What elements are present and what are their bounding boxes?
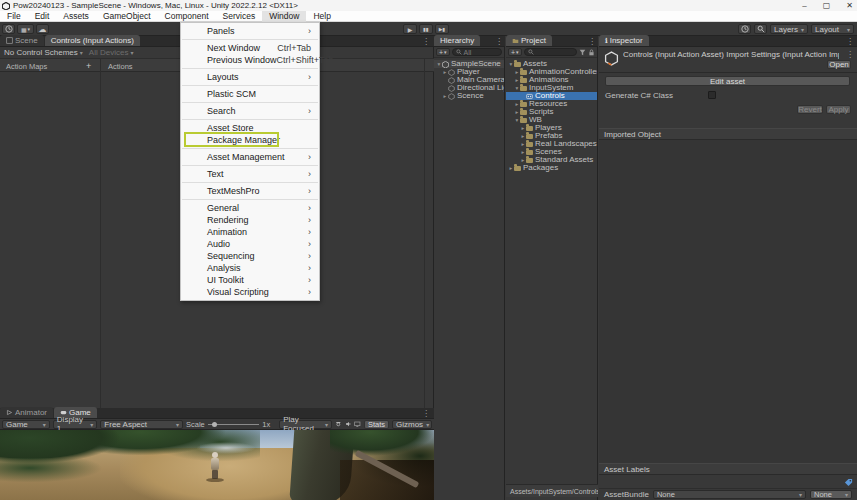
assetbundle-dropdown[interactable]: None▾ [653, 490, 806, 499]
add-action-map-button[interactable]: + [86, 61, 91, 71]
menu-item-search[interactable]: Search› [181, 105, 319, 117]
project-item-scenes[interactable]: ▸ Scenes [506, 148, 597, 156]
project-item-assets[interactable]: ▾ Assets [506, 60, 597, 68]
menu-item-package-manager[interactable]: Package Manager [181, 134, 319, 146]
display-dropdown[interactable]: Display 1▾ [53, 420, 98, 429]
inspector-menu-icon[interactable]: ⋮ [846, 37, 854, 46]
menu-item-asset-store[interactable]: Asset Store [181, 122, 319, 134]
menu-item-previous-window[interactable]: Previous WindowCtrl+Shift+Tab [181, 54, 319, 66]
close-button[interactable]: ✕ [846, 1, 853, 10]
layers-dropdown[interactable]: Layers▾ [770, 24, 808, 34]
project-item-wb[interactable]: ▾ WB [506, 116, 597, 124]
project-item-packages[interactable]: ▸ Packages [506, 164, 597, 172]
version-history-button[interactable] [738, 24, 751, 34]
menu-item-text[interactable]: Text› [181, 168, 319, 180]
menu-item-next-window[interactable]: Next WindowCtrl+Tab [181, 42, 319, 54]
metrics-icon[interactable] [354, 420, 361, 428]
asset-labels-header[interactable]: Asset Labels [599, 463, 857, 475]
menu-edit[interactable]: Edit [28, 11, 57, 22]
tab-controls-input-actions[interactable]: Controls (Input Actions) [45, 35, 140, 46]
label-tag-icon[interactable] [844, 478, 853, 487]
capture-icon[interactable] [335, 420, 342, 428]
edit-asset-button[interactable]: Edit asset [605, 76, 850, 86]
menu-item-asset-management[interactable]: Asset Management› [181, 151, 319, 163]
hierarchy-menu-icon[interactable]: ⋮ [495, 37, 503, 46]
play-focused-dropdown[interactable]: Play Focused▾ [279, 420, 332, 429]
open-button[interactable]: Open [827, 60, 851, 69]
menu-help[interactable]: Help [306, 11, 337, 22]
menu-item-visual-scripting[interactable]: Visual Scripting› [181, 286, 319, 298]
stats-button[interactable]: Stats [364, 420, 389, 429]
lock-icon[interactable] [588, 49, 595, 56]
tab-hierarchy[interactable]: Hierarchy [434, 35, 480, 46]
hierarchy-search-input[interactable]: All [452, 48, 502, 56]
aspect-ratio-dropdown[interactable]: Free Aspect▾ [100, 420, 183, 429]
cloud-services-button[interactable]: ☁ [36, 24, 49, 34]
panel-menu-icon[interactable]: ⋮ [422, 37, 430, 46]
project-add-button[interactable]: +▾ [508, 48, 522, 56]
hierarchy-item-player[interactable]: ▸ Player [434, 68, 504, 76]
game-view-dropdown[interactable]: Game▾ [2, 420, 50, 429]
control-schemes-dropdown[interactable]: No Control Schemes▾ [4, 48, 83, 57]
menu-item-panels[interactable]: Panels› [181, 25, 319, 37]
menu-item-sequencing[interactable]: Sequencing› [181, 250, 319, 262]
minimize-button[interactable]: – [802, 1, 806, 10]
project-item-real-landscapes[interactable]: ▸ Real Landscapes - Val [506, 140, 597, 148]
tab-scene[interactable]: Scene [0, 35, 44, 46]
project-item-standard-assets[interactable]: ▸ Standard Assets [506, 156, 597, 164]
menu-item-ui-toolkit[interactable]: UI Toolkit› [181, 274, 319, 286]
step-button[interactable]: ▶▮ [435, 24, 449, 34]
search-everything-button[interactable] [754, 24, 767, 34]
project-search-input[interactable] [524, 48, 577, 56]
game-viewport[interactable] [0, 430, 434, 500]
gizmos-dropdown[interactable]: Gizmos▾ [392, 420, 432, 429]
revert-button[interactable]: Revert [797, 105, 823, 114]
menu-item-analysis[interactable]: Analysis› [181, 262, 319, 274]
pause-button[interactable]: ▮▮ [419, 24, 433, 34]
hierarchy-item-main-camera[interactable]: Main Camera [434, 76, 504, 84]
tab-inspector[interactable]: ℹ Inspector [599, 35, 649, 46]
project-item-inputsystem[interactable]: ▾ InputSystem [506, 84, 597, 92]
tab-project[interactable]: Project [506, 35, 552, 46]
hierarchy-item-samplescene[interactable]: ▾ SampleScene [434, 60, 504, 68]
project-item-prefabs[interactable]: ▸ Prefabs [506, 132, 597, 140]
mute-audio-icon[interactable] [345, 420, 352, 428]
menu-item-textmeshpro[interactable]: TextMeshPro› [181, 185, 319, 197]
menu-item-rendering[interactable]: Rendering› [181, 214, 319, 226]
generate-class-checkbox[interactable] [708, 91, 716, 99]
menu-file[interactable]: File [0, 11, 28, 22]
maximize-button[interactable]: ▢ [823, 1, 831, 10]
apply-button[interactable]: Apply [826, 105, 851, 114]
menu-window[interactable]: Window [262, 11, 306, 22]
hierarchy-add-button[interactable]: +▾ [436, 48, 450, 56]
devices-dropdown[interactable]: All Devices▾ [89, 48, 134, 57]
menu-component[interactable]: Component [158, 11, 216, 22]
column-divider[interactable] [100, 59, 101, 408]
menu-item-layouts[interactable]: Layouts› [181, 71, 319, 83]
tab-animator[interactable]: Animator [0, 407, 53, 418]
hierarchy-item-scence[interactable]: ▸ Scence [434, 92, 504, 100]
grid-snap-button[interactable]: ▦▾ [17, 24, 34, 34]
menu-assets[interactable]: Assets [56, 11, 96, 22]
menu-item-audio[interactable]: Audio› [181, 238, 319, 250]
project-item-animations[interactable]: ▸ Animations [506, 76, 597, 84]
project-item-players[interactable]: ▸ Players [506, 124, 597, 132]
filter-icon[interactable] [579, 49, 586, 56]
project-item-animationcontrollers[interactable]: ▸ AnimationControllers [506, 68, 597, 76]
menu-item-general[interactable]: General› [181, 202, 319, 214]
hierarchy-item-directional-light[interactable]: Directional Light [434, 84, 504, 92]
project-item-controls[interactable]: Controls [506, 92, 597, 100]
scale-slider[interactable] [208, 424, 259, 425]
project-item-scripts[interactable]: ▸ Scripts [506, 108, 597, 116]
scale-slider-handle[interactable] [212, 422, 217, 427]
project-item-resources[interactable]: ▸ Resources [506, 100, 597, 108]
assetbundle-variant-dropdown[interactable]: None▾ [810, 490, 852, 499]
menu-services[interactable]: Services [216, 11, 263, 22]
game-menu-icon[interactable]: ⋮ [422, 409, 430, 418]
layout-dropdown[interactable]: Layout▾ [811, 24, 854, 34]
project-menu-icon[interactable]: ⋮ [588, 37, 596, 46]
header-kebab-icon[interactable]: ⋮ [846, 50, 854, 59]
menu-item-animation[interactable]: Animation› [181, 226, 319, 238]
menu-item-plastic-scm[interactable]: Plastic SCM [181, 88, 319, 100]
play-button[interactable]: ▶ [403, 24, 417, 34]
